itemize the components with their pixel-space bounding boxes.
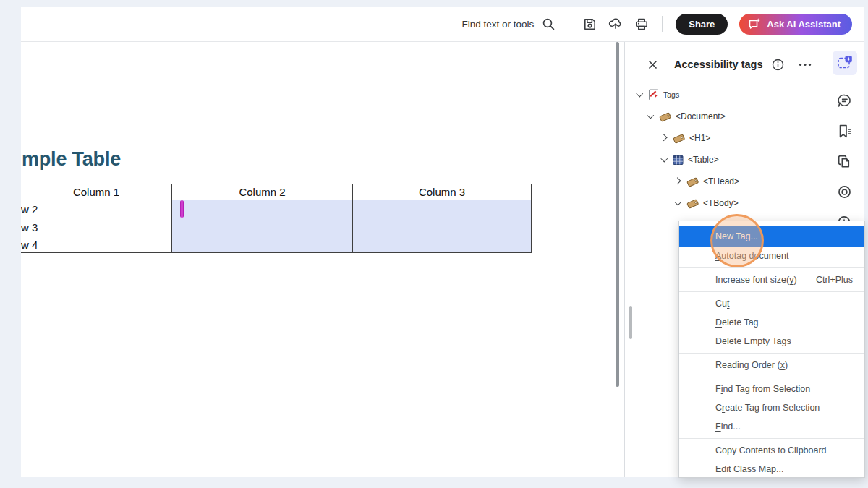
table-cell: w 4 bbox=[21, 236, 172, 253]
table-header-cell: Column 1 bbox=[21, 184, 172, 200]
panel-title: Accessibility tags bbox=[674, 59, 763, 70]
menu-item-find-tag-from-selection[interactable]: Find Tag from Selection bbox=[679, 380, 864, 398]
chevron-down-icon[interactable] bbox=[637, 91, 644, 98]
accessibility-tags-rail-button[interactable] bbox=[833, 51, 857, 75]
menu-shortcut: Ctrl+Plus bbox=[801, 275, 853, 285]
table-row: w 3 bbox=[21, 218, 532, 236]
table-cell: w 2 bbox=[21, 200, 172, 218]
ai-chat-icon bbox=[748, 17, 762, 30]
table-row: w 4 bbox=[21, 236, 532, 253]
bookmarks-rail-button[interactable] bbox=[833, 119, 857, 143]
tags-context-menu: New Tag... Autotag document Increase fon… bbox=[678, 221, 865, 478]
table-header-cell: Column 3 bbox=[353, 184, 532, 200]
table-cell-selected[interactable] bbox=[172, 200, 353, 218]
find-text-label[interactable]: Find text or tools bbox=[461, 19, 534, 30]
table-tag-icon bbox=[673, 155, 684, 166]
print-icon[interactable] bbox=[634, 17, 649, 31]
chevron-down-icon[interactable] bbox=[661, 156, 668, 163]
toolbar-divider bbox=[569, 16, 569, 32]
table-cell-selected[interactable] bbox=[353, 236, 532, 253]
top-toolbar: Find text or tools Share Ask AI Assistan… bbox=[21, 7, 864, 42]
tree-item-label: <TBody> bbox=[703, 198, 739, 208]
chevron-right-icon[interactable] bbox=[661, 134, 668, 142]
accessibility-tags-icon bbox=[836, 54, 854, 72]
menu-divider bbox=[679, 438, 864, 439]
toolbar-divider bbox=[662, 16, 663, 32]
search-icon[interactable] bbox=[541, 17, 556, 31]
tree-item-tbody[interactable]: <TBody> bbox=[625, 192, 825, 214]
table-header-cell: Column 2 bbox=[172, 184, 353, 200]
overflow-menu-icon[interactable] bbox=[799, 63, 812, 67]
menu-item-autotag-document[interactable]: Autotag document bbox=[679, 247, 864, 265]
menu-item-copy-contents-to-clipboard[interactable]: Copy Contents to Clipboard bbox=[679, 441, 864, 460]
tag-icon bbox=[686, 197, 699, 210]
menu-item-delete-empty-tags[interactable]: Delete Empty Tags bbox=[679, 332, 864, 351]
info-icon[interactable] bbox=[772, 59, 784, 71]
tree-item-label: Tags bbox=[663, 90, 679, 99]
bookmark-icon bbox=[836, 123, 853, 140]
tree-item-label: <Table> bbox=[688, 155, 719, 165]
tag-icon bbox=[686, 176, 699, 188]
menu-item-new-tag[interactable]: New Tag... bbox=[679, 226, 864, 247]
document-scrollbar[interactable] bbox=[616, 42, 619, 387]
table-cell: w 3 bbox=[21, 218, 172, 236]
tree-item-thead[interactable]: <THead> bbox=[625, 171, 825, 192]
chevron-right-icon[interactable] bbox=[675, 178, 682, 185]
menu-item-increase-font-size[interactable]: Increase font size(y) Ctrl+Plus bbox=[679, 270, 864, 289]
copy-pages-icon bbox=[836, 153, 853, 170]
target-circles-icon bbox=[836, 184, 853, 200]
tag-icon bbox=[673, 132, 685, 145]
tree-item-label: <THead> bbox=[703, 176, 739, 187]
tag-icon bbox=[659, 111, 671, 123]
table-row: w 2 bbox=[21, 200, 532, 218]
menu-divider bbox=[679, 267, 864, 268]
destinations-rail-button[interactable] bbox=[833, 179, 857, 204]
chevron-down-icon[interactable] bbox=[675, 200, 682, 207]
upload-cloud-icon[interactable] bbox=[608, 17, 623, 31]
table-cell-selected[interactable] bbox=[172, 236, 353, 253]
rail-divider bbox=[835, 82, 854, 82]
document-table: Column 1 Column 2 Column 3 w 2 w 3 w 4 bbox=[21, 184, 532, 253]
tags-tree: Tags <Document> <H1> bbox=[625, 84, 825, 214]
save-icon[interactable] bbox=[582, 17, 597, 31]
menu-item-edit-class-map[interactable]: Edit Class Map... bbox=[679, 460, 864, 479]
menu-divider bbox=[679, 353, 864, 354]
ai-button-label: Ask AI Assistant bbox=[767, 19, 841, 30]
text-selection-caret bbox=[180, 200, 184, 218]
tree-item-table[interactable]: <Table> bbox=[625, 149, 825, 171]
panel-header: Accessibility tags bbox=[625, 53, 825, 75]
tree-item-h1[interactable]: <H1> bbox=[625, 127, 825, 149]
panel-scrollbar[interactable] bbox=[629, 306, 632, 339]
table-header-row: Column 1 Column 2 Column 3 bbox=[21, 184, 532, 200]
share-button-label: Share bbox=[689, 19, 715, 30]
tree-item-label: <H1> bbox=[689, 133, 710, 143]
comments-rail-button[interactable] bbox=[833, 88, 857, 113]
menu-item-cut[interactable]: Cut bbox=[679, 294, 864, 313]
comment-icon bbox=[836, 93, 853, 109]
ask-ai-assistant-button[interactable]: Ask AI Assistant bbox=[739, 14, 852, 35]
pages-rail-button[interactable] bbox=[833, 149, 857, 174]
table-cell-selected[interactable] bbox=[353, 200, 532, 218]
menu-divider bbox=[679, 291, 864, 292]
document-heading: mple Table bbox=[22, 148, 121, 171]
table-cell-selected[interactable] bbox=[353, 218, 532, 236]
chevron-down-icon[interactable] bbox=[647, 113, 655, 120]
menu-item-create-tag-from-selection[interactable]: Create Tag from Selection bbox=[679, 398, 864, 417]
table-cell-selected[interactable] bbox=[172, 218, 353, 236]
pdf-document-page: mple Table Column 1 Column 2 Column 3 w … bbox=[21, 42, 616, 477]
close-icon[interactable] bbox=[647, 59, 658, 70]
tree-item-document[interactable]: <Document> bbox=[625, 106, 825, 127]
tree-item-tags-root[interactable]: Tags bbox=[625, 84, 825, 106]
tags-root-icon bbox=[648, 89, 659, 101]
menu-divider bbox=[679, 377, 864, 377]
share-button[interactable]: Share bbox=[676, 14, 728, 35]
menu-item-delete-tag[interactable]: Delete Tag bbox=[679, 313, 864, 332]
menu-item-reading-order[interactable]: Reading Order (x) bbox=[679, 356, 864, 374]
menu-item-find[interactable]: Find... bbox=[679, 417, 864, 436]
tree-item-label: <Document> bbox=[676, 111, 726, 121]
